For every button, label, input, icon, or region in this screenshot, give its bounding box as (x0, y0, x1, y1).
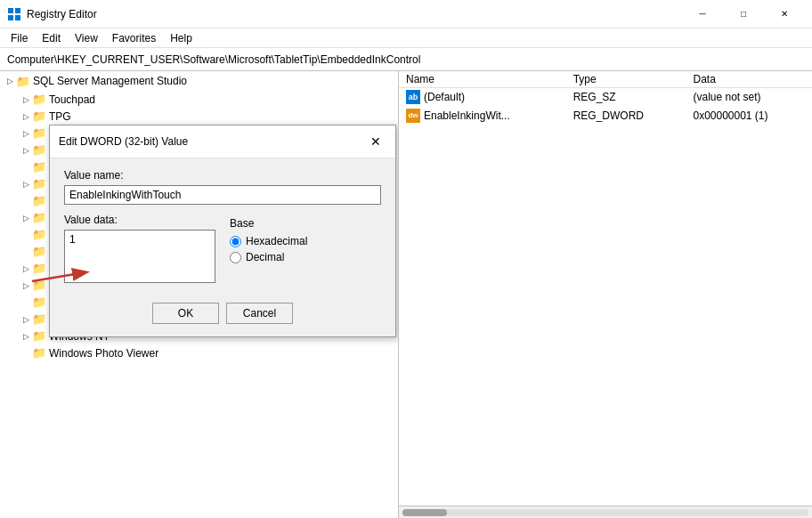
tpg-label: TPG (49, 110, 71, 123)
horizontal-scrollbar[interactable] (399, 506, 812, 518)
default-name: (Default) (424, 91, 465, 103)
window-title: Registry Editor (27, 8, 97, 20)
address-path: Computer\HKEY_CURRENT_USER\Software\Micr… (7, 53, 420, 66)
app-icon (7, 7, 21, 21)
value-name-label: Value name: (64, 169, 381, 182)
visualstudio-folder: 📁 (32, 228, 46, 242)
tree-item-touchpad[interactable]: ▷ 📁 Touchpad (0, 91, 398, 108)
tree-item-tpg[interactable]: ▷ 📁 TPG (0, 108, 398, 125)
ok-button[interactable]: OK (152, 303, 219, 324)
sql-chevron: ▷ (4, 75, 16, 87)
value-data-input[interactable]: 1 (64, 230, 215, 283)
value-data-label: Value data: (64, 214, 215, 226)
minimize-button[interactable]: ─ (682, 0, 723, 28)
default-type: REG_SZ (566, 88, 686, 107)
title-bar: Registry Editor ─ □ ✕ (0, 0, 812, 28)
menu-file[interactable]: File (4, 30, 35, 46)
enableinking-name: EnableInkingWit... (424, 109, 510, 122)
maximize-button[interactable]: □ (723, 0, 764, 28)
wfs-folder: 📁 (32, 295, 46, 310)
sql-server-item[interactable]: ▷ 📁 SQL Server Management Studio (0, 71, 398, 91)
vba-folder: 📁 (32, 211, 46, 225)
menu-edit[interactable]: Edit (35, 30, 68, 46)
windows-chevron: ▷ (20, 313, 32, 326)
vba-chevron: ▷ (20, 212, 32, 224)
window-controls: ─ □ ✕ (682, 0, 805, 28)
hexadecimal-label: Hexadecimal (246, 235, 307, 247)
enableinking-type: REG_DWORD (566, 106, 686, 125)
windowsphotoviewer-label: Windows Photo Viewer (49, 347, 158, 360)
value-name-input[interactable] (64, 185, 381, 205)
tpg-folder: 📁 (32, 109, 46, 124)
wab-chevron: ▷ (20, 263, 32, 275)
vscommon-folder: 📁 (32, 245, 46, 259)
unistore-folder: 📁 (32, 160, 46, 174)
sql-folder-icon: 📁 (16, 74, 30, 88)
userdata-folder: 📁 (32, 177, 46, 191)
hexadecimal-radio[interactable] (230, 236, 241, 247)
svg-rect-0 (8, 8, 13, 13)
cancel-button[interactable]: Cancel (226, 303, 293, 324)
table-row[interactable]: dw EnableInkingWit... REG_DWORD 0x000000… (399, 106, 812, 125)
right-panel: Name Type Data ab (Default) REG_SZ (valu… (399, 71, 812, 518)
menu-favorites[interactable]: Favorites (105, 30, 163, 46)
touchpad-folder: 📁 (32, 93, 46, 107)
col-type: Type (566, 71, 686, 88)
windowsphotoviewer-folder: 📁 (32, 346, 46, 360)
decimal-label: Decimal (246, 251, 284, 263)
unifiedstore-folder: 📁 (32, 143, 46, 158)
sql-server-label: SQL Server Management Studio (33, 75, 187, 87)
address-bar: Computer\HKEY_CURRENT_USER\Software\Micr… (0, 48, 812, 71)
tpg-chevron: ▷ (20, 110, 32, 123)
tracing-folder: 📁 (32, 126, 46, 141)
windowsnt-chevron: ▷ (20, 330, 32, 343)
tree-panel: ▷ 📁 SQL Server Management Studio ▷ 📁 Tou… (0, 71, 399, 518)
enableinking-icon: dw (406, 109, 420, 123)
userdata-chevron: ▷ (20, 178, 32, 190)
svg-rect-3 (15, 15, 20, 20)
wcmsvc-folder: 📁 (32, 279, 46, 293)
base-label: Base (230, 217, 381, 230)
tracing-chevron: ▷ (20, 127, 32, 140)
col-data: Data (686, 71, 812, 88)
table-row[interactable]: ab (Default) REG_SZ (value not set) (399, 88, 812, 107)
menu-help[interactable]: Help (163, 30, 199, 46)
windows-folder: 📁 (32, 312, 46, 327)
decimal-radio[interactable] (230, 252, 241, 263)
edit-dword-dialog: Edit DWORD (32-bit) Value ✕ Value name: … (49, 125, 396, 337)
menu-view[interactable]: View (68, 30, 105, 46)
menu-bar: File Edit View Favorites Help (0, 28, 812, 48)
enableinking-data: 0x00000001 (1) (686, 106, 812, 125)
dialog-close-button[interactable]: ✕ (365, 131, 386, 152)
userdataservice-folder: 📁 (32, 194, 46, 208)
wab-folder: 📁 (32, 262, 46, 276)
unifiedstore-chevron: ▷ (20, 144, 32, 157)
wcmsvc-chevron: ▷ (20, 279, 32, 292)
touchpad-label: Touchpad (49, 93, 95, 106)
default-icon: ab (406, 90, 420, 104)
tree-item-windowsphotoviewer[interactable]: 📁 Windows Photo Viewer (0, 344, 398, 361)
svg-rect-2 (8, 15, 13, 20)
touchpad-chevron: ▷ (20, 93, 32, 106)
svg-rect-1 (15, 8, 20, 13)
dialog-title: Edit DWORD (32-bit) Value (59, 135, 188, 148)
close-button[interactable]: ✕ (764, 0, 805, 28)
default-data: (value not set) (686, 88, 812, 107)
dialog-titlebar: Edit DWORD (32-bit) Value ✕ (50, 125, 395, 158)
col-name: Name (399, 71, 566, 88)
windowsnt-folder: 📁 (32, 329, 46, 344)
registry-table: Name Type Data ab (Default) REG_SZ (valu… (399, 71, 812, 125)
